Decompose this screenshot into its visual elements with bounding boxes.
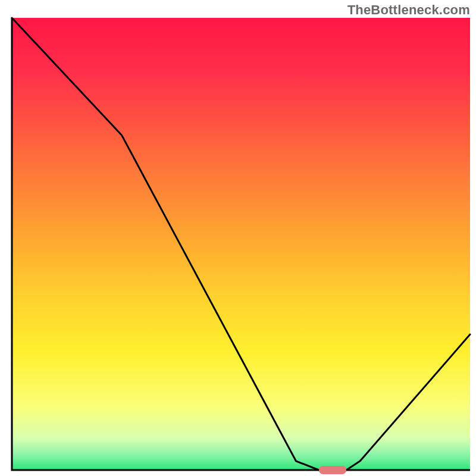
optimal-range-marker	[319, 466, 346, 474]
bottleneck-chart	[0, 0, 476, 476]
gradient-background	[12, 18, 470, 470]
chart-container: TheBottleneck.com	[0, 0, 476, 476]
plot-area	[12, 18, 470, 474]
